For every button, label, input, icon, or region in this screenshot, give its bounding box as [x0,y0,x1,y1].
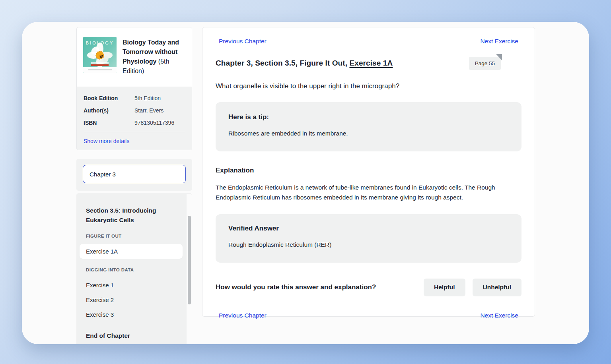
next-exercise-link-bottom[interactable]: Next Exercise [480,312,518,319]
book-title-bold: Biology Today and Tomorrow without Physi… [123,39,179,65]
section-heading-end-of-chapter: End of Chapter [86,332,183,339]
scrollbar-thumb[interactable] [188,216,191,304]
book-cover-art: BIOLOGY [83,37,117,73]
sidebar-item-exercise-1a[interactable]: Exercise 1A [80,244,183,259]
detail-value: 9781305117396 [134,120,174,126]
tip-box: Here is a tip: Ribosomes are embedded in… [216,102,521,151]
app-window: BIOLOGY [22,22,589,344]
explanation-text: The Endoplasmic Reticulum is a network o… [216,182,506,202]
sidebar-item-exercise-3[interactable]: Exercise 3 [80,307,183,322]
helpful-button[interactable]: Helpful [424,279,465,296]
book-title: Biology Today and Tomorrow without Physi… [123,37,185,81]
book-details: Book Edition 5th Edition Author(s) Starr… [77,87,192,150]
verified-answer-heading: Verified Answer [228,225,509,232]
previous-chapter-link-bottom[interactable]: Previous Chapter [219,312,267,319]
exercise-title-exercise: Exercise 1A [349,59,393,67]
explanation-heading: Explanation [216,167,521,174]
next-exercise-link[interactable]: Next Exercise [480,38,518,45]
sidebar-item-exercise-2[interactable]: Exercise 2 [80,292,183,307]
detail-value: 5th Edition [134,95,161,101]
bottom-nav-row: Previous Chapter Next Exercise [216,312,521,319]
book-info-card: BIOLOGY [76,27,192,150]
detail-value: Starr, Evers [134,107,163,114]
section-list-panel: Section 3.5: Introducing Eukaryotic Cell… [76,194,192,344]
top-nav-row: Previous Chapter Next Exercise [216,38,521,45]
exercise-title-prefix: Chapter 3, Section 3.5, Figure It Out, [216,59,349,67]
unhelpful-button[interactable]: Unhelpful [473,279,521,296]
show-more-details-link[interactable]: Show more details [84,138,129,144]
rating-question: How would you rate this answer and expla… [216,283,376,291]
rating-buttons: Helpful Unhelpful [424,279,521,296]
sidebar-scrollbar-track[interactable] [187,194,192,344]
rating-row: How would you rate this answer and expla… [216,279,521,296]
sidebar-item-exercise-1[interactable]: Exercise 1 [80,278,183,292]
exercise-title: Chapter 3, Section 3.5, Figure It Out, E… [216,57,393,68]
tip-body: Ribosomes are embedded in its membrane. [228,130,509,137]
section-heading: Section 3.5: Introducing Eukaryotic Cell… [86,206,183,225]
details-divider [84,132,185,132]
book-cover-image: BIOLOGY [83,37,117,73]
group-label-digging-into-data: DIGGING INTO DATA [86,267,183,272]
detail-label: ISBN [84,120,134,126]
exercise-content-card: Previous Chapter Next Exercise Chapter 3… [202,27,535,317]
book-card-top: BIOLOGY [77,27,192,87]
group-label-figure-it-out: FIGURE IT OUT [86,234,183,238]
page-badge-button[interactable]: Page 55 [469,57,501,70]
chapter-selector-panel [76,159,192,191]
verified-answer-box: Verified Answer Rough Endoplasmic Reticu… [216,214,521,263]
verified-answer-text: Rough Endoplasmic Reticulum (RER) [228,241,509,248]
page-badge-label: Page 55 [475,60,495,66]
title-row: Chapter 3, Section 3.5, Figure It Out, E… [216,57,521,70]
tip-title: Here is a tip: [228,113,509,121]
cursor-icon [496,54,502,60]
detail-label: Author(s) [84,107,134,114]
detail-label: Book Edition [84,95,134,101]
question-text: What organelle is visible to the upper r… [216,82,521,90]
detail-row-edition: Book Edition 5th Edition [84,95,185,101]
detail-row-isbn: ISBN 9781305117396 [84,120,185,126]
chapter-select-input[interactable] [83,165,186,183]
previous-chapter-link[interactable]: Previous Chapter [219,38,267,45]
detail-row-authors: Author(s) Starr, Evers [84,107,185,114]
